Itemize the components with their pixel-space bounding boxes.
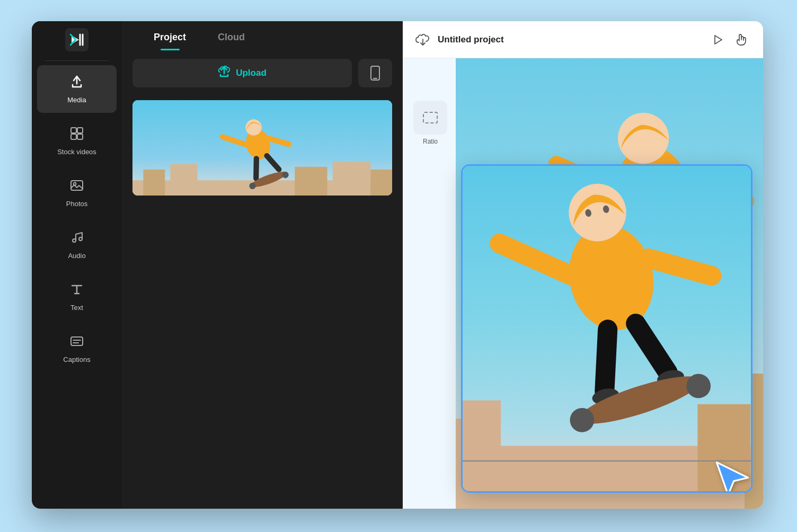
text-label: Text [70, 304, 83, 312]
media-grid [122, 96, 403, 200]
tab-cloud[interactable]: Cloud [202, 32, 261, 50]
svg-rect-20 [170, 164, 197, 196]
audio-label: Audio [68, 252, 85, 260]
upload-icon [218, 65, 231, 81]
upload-button[interactable]: Upload [132, 59, 352, 87]
media-label: Media [67, 96, 86, 104]
sidebar-item-stock-videos[interactable]: Stock videos [37, 117, 117, 165]
svg-rect-23 [370, 170, 392, 196]
preview-card [461, 164, 752, 493]
hand-button[interactable] [729, 28, 752, 51]
svg-rect-6 [71, 134, 76, 139]
app-container: Media Stock videos [32, 21, 763, 509]
thumbnail-background [132, 100, 392, 196]
right-header: Untitled project [403, 21, 763, 58]
svg-rect-12 [71, 337, 83, 345]
captions-label: Captions [63, 356, 90, 363]
sidebar: Media Stock videos [32, 21, 122, 509]
svg-rect-5 [77, 128, 83, 133]
svg-rect-4 [71, 128, 76, 133]
upload-label: Upload [236, 68, 267, 78]
sidebar-divider [45, 60, 109, 61]
sidebar-item-captions[interactable]: Captions [37, 325, 117, 373]
svg-rect-21 [295, 167, 327, 196]
svg-rect-8 [71, 181, 83, 190]
svg-marker-69 [716, 462, 748, 493]
svg-rect-7 [77, 134, 83, 139]
sidebar-item-text[interactable]: Text [37, 273, 117, 321]
middle-toolbar: Upload [122, 50, 403, 96]
media-icon [69, 74, 84, 93]
svg-marker-33 [715, 36, 722, 44]
svg-rect-19 [143, 170, 165, 196]
stock-videos-label: Stock videos [57, 148, 96, 156]
photos-label: Photos [66, 200, 87, 208]
right-panel: Untitled project R [403, 21, 763, 509]
ratio-label: Ratio [423, 138, 438, 145]
preview-card-inner [463, 166, 751, 491]
tab-project[interactable]: Project [138, 32, 202, 50]
sidebar-logo [32, 21, 122, 58]
sidebar-item-audio[interactable]: Audio [37, 221, 117, 269]
device-button[interactable] [358, 59, 392, 87]
photos-icon [69, 178, 84, 197]
sidebar-item-media[interactable]: Media [37, 65, 117, 113]
ratio-icon [423, 112, 438, 123]
middle-panel: Project Cloud Upload [122, 21, 403, 509]
ratio-button[interactable] [413, 101, 447, 135]
media-thumbnail[interactable] [132, 100, 392, 196]
ratio-area: Ratio [413, 101, 447, 145]
captions-icon [69, 334, 84, 352]
sidebar-item-photos[interactable]: Photos [37, 169, 117, 217]
play-button[interactable] [706, 28, 729, 51]
logo-icon [65, 28, 88, 51]
preview-area: Ratio [403, 58, 763, 509]
cloud-save-icon[interactable] [413, 30, 432, 49]
text-icon [69, 282, 84, 300]
audio-icon [69, 230, 84, 249]
project-title: Untitled project [438, 34, 504, 45]
svg-rect-22 [333, 162, 370, 196]
stock-videos-icon [69, 126, 84, 145]
middle-header: Project Cloud [122, 21, 403, 50]
svg-rect-52 [463, 401, 501, 491]
